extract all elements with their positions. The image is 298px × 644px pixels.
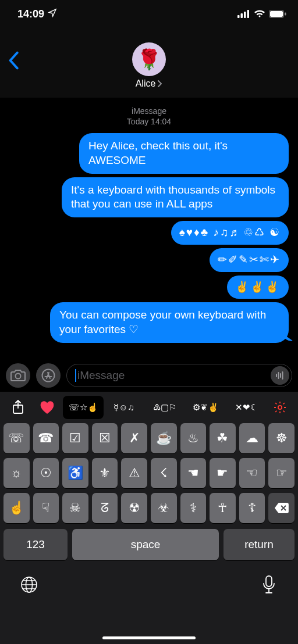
symbol-key[interactable]: ☒ [92, 423, 118, 453]
category-tab[interactable]: ☿☺♫ [104, 396, 144, 419]
category-tab[interactable]: ✕❤☾ [226, 396, 267, 419]
category-tab[interactable]: ♳▢⚐ [144, 396, 185, 419]
numbers-key[interactable]: 123 [3, 529, 68, 560]
message-bubble[interactable]: It's a keyboard with thousands of symbol… [62, 177, 289, 217]
conversation-area[interactable]: iMessage Today 14:04 Hey Alice, check th… [0, 98, 298, 359]
svg-rect-17 [266, 576, 272, 586]
svg-rect-9 [276, 374, 277, 377]
keyboard-bottom-row: 123 space return [0, 523, 298, 565]
symbol-key[interactable]: ☉ [33, 458, 59, 488]
symbol-key[interactable]: ☏ [3, 423, 30, 453]
symbol-key[interactable]: ☥ [210, 493, 236, 523]
contact-avatar[interactable]: 🌹 [132, 42, 166, 76]
symbol-key[interactable]: ☇ [151, 458, 177, 488]
symbol-key[interactable]: ☞ [268, 458, 295, 488]
message-bubble[interactable]: ♠♥♦♣ ♪♫♬ ♲♺ ☯ [171, 221, 289, 245]
message-bubble[interactable]: ✏✐✎✂✄✈ [210, 248, 289, 272]
symbol-key[interactable]: ☟ [33, 493, 59, 523]
symbol-key[interactable]: ☝ [3, 493, 30, 523]
symbol-key[interactable]: ☦ [239, 493, 265, 523]
symbol-key[interactable]: ⚜ [92, 458, 118, 488]
svg-rect-6 [285, 13, 286, 16]
keyboard-category-row: ☏☆☝ ☿☺♫ ♳▢⚐ ⚙❦✌ ✕❤☾ [0, 392, 298, 423]
keyboard-footer [0, 565, 298, 614]
svg-rect-3 [247, 10, 250, 18]
contact-name-button[interactable]: Alice [136, 78, 163, 89]
dictation-button[interactable] [257, 573, 281, 596]
message-bubble[interactable]: ✌✌✌ [227, 276, 289, 299]
symbol-key[interactable]: ⚕ [180, 493, 207, 523]
backspace-key[interactable] [268, 493, 295, 523]
svg-rect-11 [280, 373, 281, 378]
globe-button[interactable] [17, 573, 41, 596]
message-bubble[interactable]: Hey Alice, check this out, it's AWESOME [79, 133, 289, 173]
text-caret [75, 369, 76, 382]
svg-rect-12 [282, 371, 283, 380]
symbol-key[interactable]: ✗ [121, 423, 147, 453]
keyboard-settings-button[interactable] [267, 396, 293, 419]
status-bar: 14:09 [0, 0, 298, 28]
nav-header: 🌹 Alice [0, 28, 298, 98]
location-arrow-icon [48, 8, 57, 20]
symbol-key[interactable]: ☼ [3, 458, 30, 488]
category-tab[interactable]: ☏☆☝ [63, 396, 104, 419]
message-input[interactable]: iMessage [66, 364, 292, 387]
service-label: iMessage [6, 106, 292, 116]
favorites-tab[interactable] [31, 396, 63, 419]
share-button[interactable] [5, 396, 31, 419]
svg-rect-1 [241, 13, 243, 18]
compose-bar: iMessage [0, 359, 298, 392]
symbol-key[interactable]: ☠ [62, 493, 88, 523]
svg-point-7 [16, 374, 21, 379]
app-store-button[interactable] [36, 363, 61, 388]
space-key[interactable]: space [72, 529, 219, 560]
conversation-meta: iMessage Today 14:04 [6, 106, 292, 127]
keyboard-row: ☝ ☟ ☠ ᘔ ☢ ☣ ⚕ ☥ ☦ [3, 493, 295, 523]
symbol-key[interactable]: ☜ [239, 458, 265, 488]
svg-rect-5 [270, 11, 283, 17]
contact-name: Alice [136, 78, 156, 89]
back-button[interactable] [7, 51, 20, 72]
battery-icon [269, 10, 286, 18]
category-tab[interactable]: ⚙❦✌ [185, 396, 226, 419]
audio-record-button[interactable] [271, 366, 289, 385]
svg-rect-0 [237, 15, 240, 18]
symbol-keyboard: ☏☆☝ ☿☺♫ ♳▢⚐ ⚙❦✌ ✕❤☾ ☏ ☎ ☑ ☒ ✗ ☕ ♨ ☘ ☁ ☸ [0, 392, 298, 644]
symbol-key[interactable]: ☛ [210, 458, 236, 488]
symbol-key[interactable]: ☚ [180, 458, 207, 488]
symbol-key[interactable]: ☎ [33, 423, 59, 453]
symbol-key[interactable]: ⚠ [121, 458, 147, 488]
cellular-icon [237, 10, 250, 18]
message-bubble[interactable]: You can compose your own keyboard with y… [50, 302, 289, 342]
svg-rect-2 [244, 12, 246, 18]
input-placeholder: iMessage [77, 369, 125, 382]
camera-button[interactable] [6, 363, 30, 388]
symbol-key[interactable]: ♿ [62, 458, 88, 488]
symbol-key[interactable]: ♨ [180, 423, 207, 453]
return-key[interactable]: return [224, 529, 295, 560]
symbol-key[interactable]: ☘ [210, 423, 236, 453]
symbol-key[interactable]: ☑ [62, 423, 88, 453]
home-indicator[interactable] [102, 636, 196, 639]
svg-point-14 [278, 406, 282, 409]
symbol-key[interactable]: ☢ [121, 493, 147, 523]
svg-rect-10 [278, 372, 279, 379]
timestamp-label: Today 14:04 [6, 116, 292, 127]
status-time: 14:09 [17, 8, 44, 20]
chevron-right-icon [157, 80, 162, 87]
symbol-key[interactable]: ☣ [151, 493, 177, 523]
symbol-key[interactable]: ☁ [239, 423, 265, 453]
wifi-icon [254, 10, 265, 18]
keyboard-row: ☏ ☎ ☑ ☒ ✗ ☕ ♨ ☘ ☁ ☸ [3, 423, 295, 453]
symbol-key[interactable]: ᘔ [92, 493, 118, 523]
keyboard-row: ☼ ☉ ♿ ⚜ ⚠ ☇ ☚ ☛ ☜ ☞ [3, 458, 295, 488]
symbol-key[interactable]: ☕ [151, 423, 177, 453]
symbol-key[interactable]: ☸ [268, 423, 295, 453]
